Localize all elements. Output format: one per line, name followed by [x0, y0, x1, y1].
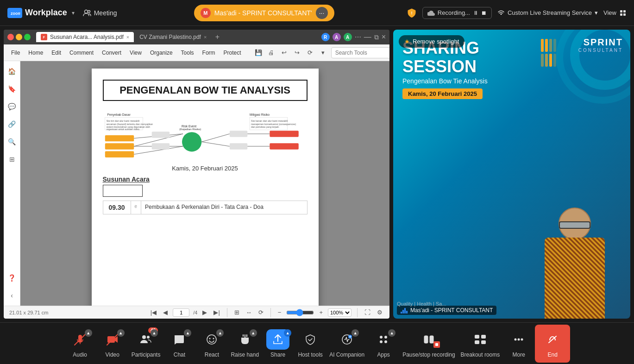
share-caret-btn[interactable]: ▲ — [284, 329, 291, 337]
apps-caret-btn[interactable]: ▲ — [388, 329, 395, 337]
svg-point-3 — [88, 10, 90, 13]
window-close-btn[interactable] — [7, 34, 14, 40]
menu-form[interactable]: Form — [199, 48, 219, 57]
sidebar-collapse-icon[interactable]: ‹ — [6, 289, 19, 302]
sidebar-link-icon[interactable]: 🔗 — [6, 118, 19, 131]
fullscreen-btn[interactable]: ⛶ — [363, 309, 372, 316]
participant-pill: M Mas'adi - SPRINT CONSULTANT' ··· — [194, 5, 334, 21]
speaker-label: Mas'adi - SPRINT CONSULTANT — [397, 306, 496, 315]
audio-toolbar-item[interactable]: ▲ Audio — [64, 326, 96, 362]
menu-organize[interactable]: Organize — [146, 48, 176, 57]
more-toolbar-btn[interactable]: ▾ — [317, 47, 329, 59]
video-caret-btn[interactable]: ▲ — [117, 329, 125, 337]
sidebar-comment-icon[interactable]: 💬 — [6, 100, 19, 113]
svg-point-42 — [142, 335, 146, 339]
first-page-btn[interactable]: |◀ — [149, 309, 158, 316]
prev-page-btn[interactable]: ◀ — [162, 309, 169, 316]
activity-letter-1: e — [131, 201, 141, 214]
next-page-btn[interactable]: ▶ — [201, 309, 208, 316]
svg-rect-6 — [623, 10, 626, 13]
pdf-tab-2[interactable]: CV Zamani Palestino.pdf × — [135, 32, 211, 42]
print-icon-btn[interactable]: 🖨 — [265, 47, 277, 59]
sidebar-search-icon[interactable]: 🔍 — [6, 135, 19, 148]
menu-convert[interactable]: Convert — [98, 48, 125, 57]
react-caret-btn[interactable]: ▲ — [216, 329, 224, 337]
bow-tie-diagram: Penyebab Dasar Sisi kiri dari alur kami … — [103, 108, 308, 159]
participants-toolbar-item[interactable]: 40 ▲ Participants — [129, 326, 163, 362]
zoom-select[interactable]: 100% 75% 150% 200% — [328, 308, 352, 317]
sidebar-help-icon[interactable]: ❓ — [6, 271, 19, 284]
history-icon-btn[interactable]: ⟳ — [304, 47, 316, 59]
streaming-button[interactable]: Custom Live Streaming Service ▾ — [497, 9, 598, 17]
tab2-close-icon[interactable]: × — [204, 34, 207, 40]
more-toolbar-item[interactable]: More — [502, 326, 535, 362]
host-tools-toolbar-item[interactable]: Host tools — [294, 326, 326, 362]
raise-hand-caret-btn[interactable]: ▲ — [250, 329, 257, 337]
menu-comment[interactable]: Comment — [66, 48, 97, 57]
view-button[interactable]: View — [603, 9, 627, 17]
search-tools-input[interactable] — [331, 47, 389, 58]
pdf-tab-1[interactable]: F Susunan Acara... Analysis.pdf × — [36, 32, 134, 42]
chat-toolbar-item[interactable]: ▲ Chat — [163, 326, 195, 362]
window-close2-btn[interactable]: × — [382, 33, 386, 41]
rotate-btn[interactable]: ⟳ — [257, 309, 265, 316]
window-minimize2-btn[interactable]: — — [364, 33, 371, 41]
window-minimize-btn[interactable] — [16, 34, 22, 40]
save-icon-btn[interactable]: 💾 — [252, 47, 264, 59]
more-view-btn[interactable]: ⚙ — [376, 309, 384, 316]
svg-text:(Kejadian Risiko): (Kejadian Risiko) — [179, 127, 201, 131]
menu-protect[interactable]: Protect — [220, 48, 245, 57]
menu-view[interactable]: View — [126, 48, 145, 57]
sidebar-bookmark-icon[interactable]: 🔖 — [6, 82, 19, 95]
menu-file[interactable]: File — [7, 48, 24, 57]
participant-more-btn[interactable]: ··· — [316, 7, 328, 19]
end-toolbar-item[interactable]: End — [535, 325, 570, 363]
last-page-btn[interactable]: ▶| — [212, 309, 221, 316]
video-toolbar-item[interactable]: ▲ Video — [96, 326, 129, 362]
zoom-in-btn[interactable]: + — [318, 309, 324, 316]
breakout-rooms-toolbar-item[interactable]: Breakout rooms — [458, 326, 503, 362]
pause-recording-toolbar-item[interactable]: Pause/stop recording — [400, 326, 458, 362]
window-restore-btn[interactable]: ⧉ — [374, 33, 379, 41]
streaming-dropdown-arrow[interactable]: ▾ — [595, 9, 598, 16]
window-options-btn[interactable]: ⋯ — [355, 33, 361, 41]
chat-caret-btn[interactable]: ▲ — [184, 329, 191, 337]
page-number-input[interactable] — [173, 308, 189, 317]
svg-point-63 — [521, 338, 523, 340]
ai-companion-caret-btn[interactable]: ▲ — [352, 329, 359, 337]
share-toolbar-item[interactable]: ▲ Share — [262, 326, 294, 362]
recording-button[interactable]: Recording... ⏸ ⏹ — [422, 7, 492, 19]
meeting-button[interactable]: Meeting — [78, 6, 122, 20]
add-tab-btn[interactable]: + — [212, 32, 222, 42]
end-icon-wrap — [542, 329, 563, 350]
zoom-slider[interactable] — [286, 309, 314, 316]
apps-label: Apps — [377, 351, 389, 358]
participants-caret-btn[interactable]: ▲ — [151, 329, 158, 337]
fit-page-btn[interactable]: ⊞ — [233, 309, 241, 316]
raise-hand-toolbar-item[interactable]: ▲ Raise hand — [228, 326, 262, 362]
menu-tools[interactable]: Tools — [177, 48, 198, 57]
workplace-dropdown-arrow[interactable]: ▾ — [72, 10, 75, 16]
svg-rect-60 — [481, 340, 486, 344]
user-avatar2-icon: A — [333, 33, 341, 41]
user-avatar-icon: R — [321, 33, 330, 41]
apps-toolbar-item[interactable]: ▲ Apps — [367, 326, 400, 362]
menu-home[interactable]: Home — [25, 48, 47, 57]
sidebar-home-icon[interactable]: 🏠 — [6, 65, 19, 78]
tab1-close-icon[interactable]: × — [126, 34, 129, 40]
breakout-icon — [474, 333, 487, 346]
remove-spotlight-btn[interactable]: ★ Remove spotlight — [399, 35, 465, 48]
host-tools-icon-wrap — [300, 329, 320, 350]
audio-caret-btn[interactable]: ▲ — [85, 329, 92, 337]
redo-icon-btn[interactable]: ↪ — [291, 47, 303, 59]
react-toolbar-item[interactable]: ▲ React — [195, 326, 228, 362]
sidebar-layer-icon[interactable]: ⊞ — [6, 153, 19, 166]
zoom-out-btn[interactable]: − — [276, 309, 283, 316]
ai-companion-toolbar-item[interactable]: ▲ AI Companion — [326, 326, 367, 362]
fit-width-btn[interactable]: ↔ — [245, 309, 253, 316]
susunan-title: Susunan Acara — [103, 176, 308, 183]
undo-icon-btn[interactable]: ↩ — [278, 47, 290, 59]
menu-edit[interactable]: Edit — [48, 48, 65, 57]
shield-button[interactable]: ! — [407, 8, 417, 18]
window-maximize-btn[interactable] — [24, 34, 31, 40]
